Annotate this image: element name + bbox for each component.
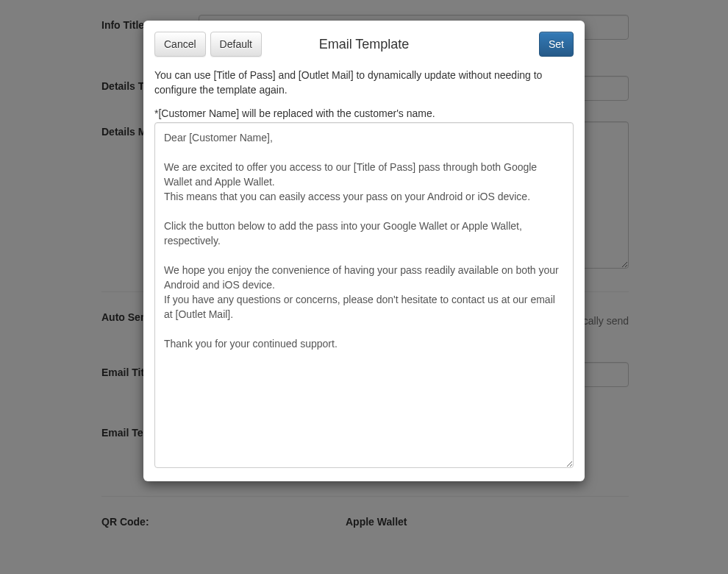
default-button[interactable]: Default (210, 32, 262, 57)
modal-header: Cancel Default Email Template Set (143, 21, 585, 68)
template-textarea[interactable] (154, 122, 574, 468)
modal-overlay[interactable]: Cancel Default Email Template Set You ca… (0, 0, 728, 574)
cancel-button[interactable]: Cancel (154, 32, 206, 57)
modal-description: You can use [Title of Pass] and [Outlet … (154, 68, 574, 97)
modal-body: You can use [Title of Pass] and [Outlet … (143, 68, 585, 481)
email-template-modal: Cancel Default Email Template Set You ca… (143, 21, 585, 481)
set-button[interactable]: Set (539, 32, 574, 57)
modal-note: *[Customer Name] will be replaced with t… (154, 107, 574, 119)
modal-title: Email Template (319, 37, 410, 52)
